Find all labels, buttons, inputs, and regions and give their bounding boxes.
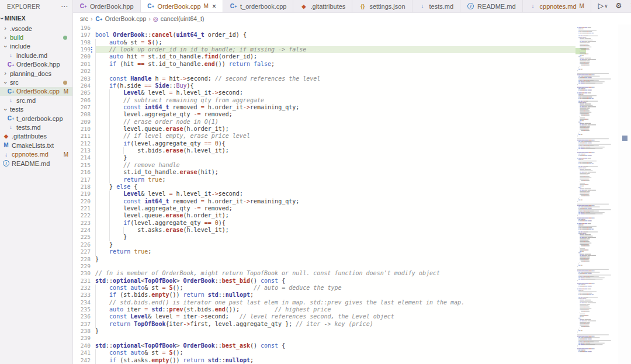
tab-t-orderbook-cpp[interactable]: C+t_orderbook.cpp: [223, 0, 294, 12]
tree-item-build[interactable]: ›build: [0, 33, 72, 41]
explorer-header: EXPLORER ⋯: [0, 0, 72, 13]
gutter: [91, 104, 95, 111]
gutter: [91, 285, 95, 292]
code-line-text: }: [95, 241, 575, 248]
md-file-icon: ↓: [7, 52, 15, 58]
cpp-file-icon: C+: [147, 3, 155, 9]
code-line-text: if (hit == st.id_to_handle.end()) return…: [95, 61, 575, 68]
cpp-file-icon: C+: [95, 16, 103, 22]
line-number: 208: [73, 111, 91, 118]
gutter: [91, 306, 95, 313]
gutter: [91, 234, 95, 241]
minimap[interactable]: [575, 25, 619, 360]
line-number: 229: [73, 263, 91, 270]
code-line: 211 // if level empty, erase price level: [73, 133, 575, 140]
explorer-more-actions-icon[interactable]: ⋯: [61, 2, 68, 11]
tree-item-label: .gitattributes: [12, 133, 47, 140]
tab-orderbook-cpp[interactable]: C+OrderBook.cppM×: [141, 0, 223, 12]
code-line: 234 // std.bids.end() is iterator one pa…: [73, 299, 575, 306]
code-line-text: st.bids.erase(h.level_it);: [95, 147, 575, 154]
line-number: 223: [73, 220, 91, 227]
tree-item-label: tests: [10, 106, 23, 113]
code-line-text: }: [95, 154, 575, 161]
tree-item-tests[interactable]: ›tests: [0, 105, 72, 114]
tree-item-cmakelists-txt[interactable]: MCmakeLists.txt: [0, 141, 72, 150]
gutter: [91, 198, 95, 205]
tree-item-src-md[interactable]: ↓src.md: [0, 96, 72, 105]
tree-item-label: src: [10, 79, 19, 86]
code-line-text: if(level.aggregate_qty == 0){: [95, 140, 575, 147]
tab-label: OrderBook.cpp: [158, 3, 201, 10]
workspace-section-header[interactable]: › MINIEX: [0, 13, 72, 23]
code-line: 208 level.aggregate_qty -= removed;: [73, 111, 575, 118]
info-file-icon: i: [2, 160, 10, 167]
line-number: 241: [73, 349, 91, 356]
tab-orderbook-hpp[interactable]: C+OrderBook.hpp: [73, 0, 141, 12]
overview-ruler[interactable]: [618, 25, 631, 364]
breadcrumb-file[interactable]: C+ OrderBook.cpp: [95, 15, 147, 22]
tree-item-label: include: [10, 43, 30, 50]
code-line: 217 return true;: [73, 176, 575, 183]
gutter: [91, 89, 95, 96]
tab-settings-json[interactable]: {}settings.json: [352, 0, 412, 12]
tab--gitattributes[interactable]: ◆.gitattributes: [293, 0, 352, 12]
tree-item-readme-md[interactable]: iREADME.md: [0, 159, 72, 168]
line-number: 219: [73, 190, 91, 197]
line-number: 228: [73, 256, 91, 263]
line-number: 239: [73, 335, 91, 342]
tree-item--vscode[interactable]: ›.vscode: [0, 24, 72, 33]
tree-item-orderbook-cpp[interactable]: C+OrderBook.cppM: [0, 87, 72, 96]
gutter: [91, 263, 95, 270]
tab-label: .gitattributes: [310, 3, 345, 10]
code-line: 205 Level& level = h.level_it->second;: [73, 89, 575, 96]
tab-readme-md[interactable]: iREADME.md: [460, 0, 522, 12]
tree-item-include-md[interactable]: ↓include.md: [0, 51, 72, 60]
gear-icon[interactable]: ⚙: [615, 2, 622, 10]
chevron-down-icon: ›: [2, 43, 9, 49]
code-line-text: }: [95, 328, 575, 335]
gutter: [91, 119, 95, 126]
line-number: 234: [73, 299, 91, 306]
tab-tests-md[interactable]: ↓tests.md: [412, 0, 461, 12]
gutter: [91, 205, 95, 212]
tree-item-tests-md[interactable]: ↓tests.md: [0, 123, 72, 131]
play-icon: ▷: [598, 2, 604, 10]
tab-cppnotes-md[interactable]: ↓cppnotes.mdM: [523, 0, 591, 12]
cpp-file-icon: C+: [7, 88, 15, 95]
gutter: [91, 183, 95, 190]
tree-item-orderbook-hpp[interactable]: C+OrderBook.hpp: [0, 60, 72, 69]
tab-label: OrderBook.hpp: [90, 3, 134, 10]
md-file-icon: ↓: [419, 3, 427, 9]
gutter: [91, 32, 95, 39]
tree-item-planning-docs[interactable]: ›planning_docs: [0, 69, 72, 78]
code-line-text: const Level& level = iter->second; // le…: [95, 313, 575, 320]
line-number: 242: [73, 357, 91, 364]
code-line-text: level.queue.erase(h.order_it);: [95, 212, 575, 219]
gutter: [91, 328, 95, 335]
gutter: [91, 126, 95, 133]
info-file-icon: i: [467, 3, 474, 9]
gutter: [91, 68, 95, 75]
breadcrumb-symbol[interactable]: ◎ cancel(uint64_t): [153, 15, 204, 22]
tree-item--gitattributes[interactable]: ◆.gitattributes: [0, 132, 72, 141]
code-line: 219 Level& level = h.level_it->second;: [73, 190, 575, 197]
run-or-debug-button[interactable]: ▷∨: [598, 2, 608, 10]
line-number: 202: [73, 68, 91, 75]
line-number: 212: [73, 140, 91, 147]
tree-item-label: OrderBook.cpp: [16, 88, 60, 95]
breadcrumb-separator-icon: ›: [91, 15, 93, 22]
code-line-text: const auto& st = S();: [95, 349, 575, 356]
tree-item-cppnotes-md[interactable]: ↓cppnotes.mdM: [0, 150, 72, 158]
gutter: [91, 342, 95, 349]
tree-item-include[interactable]: ›include: [0, 42, 72, 51]
indent-guide: [123, 227, 124, 234]
code-line: 224 st.asks.erase(h.level_it);: [73, 227, 575, 234]
gutter: [91, 154, 95, 161]
close-icon[interactable]: ×: [212, 2, 216, 11]
tree-item-src[interactable]: ›src: [0, 78, 72, 86]
code-line: 241 const auto& st = S();: [73, 349, 575, 356]
overview-ruler-marker: [622, 136, 627, 141]
tree-item-t-orderbook-cpp[interactable]: C+t_orderbook.cpp: [0, 114, 72, 123]
breadcrumb-folder[interactable]: src: [80, 15, 88, 22]
code-editor[interactable]: 196197bool OrderBook::cancel(uint64_t or…: [73, 25, 631, 364]
